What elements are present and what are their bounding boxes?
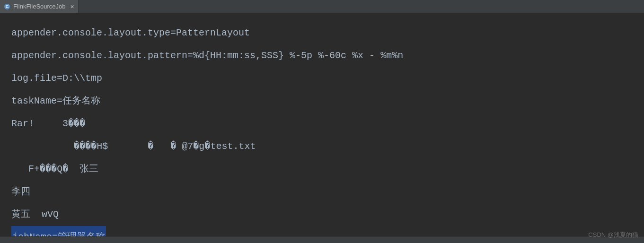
svg-text:C: C	[6, 4, 9, 9]
tab-flinkfilesourcejob[interactable]: C FlinkFileSourceJob ×	[0, 0, 79, 13]
close-icon[interactable]: ×	[71, 3, 74, 10]
code-line: Rar! 3���	[11, 113, 633, 135]
code-line: log.file=D:\\tmp	[11, 67, 633, 90]
tab-bar: C FlinkFileSourceJob ×	[0, 0, 644, 13]
code-line: taskName=任务名称	[11, 90, 633, 113]
code-line: ����H$ � � @7�g�test.txt	[11, 135, 633, 158]
code-line: F+���Q� 张三	[11, 158, 633, 181]
java-class-icon: C	[4, 3, 10, 10]
code-line: 李四	[11, 181, 633, 203]
code-line: appender.console.layout.pattern=%d{HH:mm…	[11, 44, 633, 67]
editor-area[interactable]: appender.console.layout.type=PatternLayo…	[0, 13, 644, 243]
tab-label: FlinkFileSourceJob	[13, 3, 66, 10]
watermark: CSDN @浅夏的猫	[588, 231, 638, 239]
code-line: 黄五 wVQ	[11, 203, 633, 226]
code-line: appender.console.layout.type=PatternLayo…	[11, 22, 633, 44]
status-bar-edge	[0, 236, 644, 243]
